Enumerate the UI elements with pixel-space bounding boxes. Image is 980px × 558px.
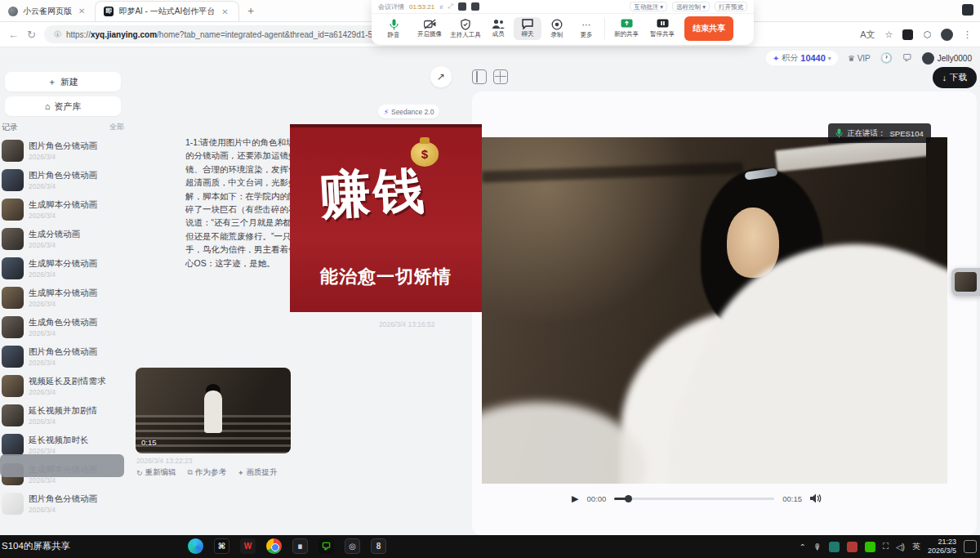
- image-title-text: 赚钱: [290, 154, 459, 232]
- list-item[interactable]: 生成脚本分镜动画2026/3/4: [0, 196, 129, 223]
- floating-camera-thumbnail[interactable]: [951, 268, 980, 296]
- progress-bar[interactable]: [614, 498, 774, 500]
- translate-icon[interactable]: A文: [860, 29, 875, 41]
- tray-mic-icon[interactable]: 🎙: [813, 542, 822, 551]
- download-button[interactable]: ↓ 下载: [933, 67, 977, 88]
- tray-app-icon[interactable]: [847, 542, 858, 552]
- edge-icon[interactable]: [188, 538, 203, 554]
- video-timestamp: 2026/3/4 13:22:23: [136, 457, 193, 465]
- item-thumbnail: [2, 375, 24, 397]
- popout-icon[interactable]: ⤢: [448, 2, 452, 11]
- list-item[interactable]: 图片角色分镜动画2026/3/4: [0, 343, 129, 370]
- annotate-button[interactable]: 互动批注 ▾: [630, 2, 667, 11]
- tray-volume-icon[interactable]: ◁): [896, 542, 905, 551]
- list-item[interactable]: 生成分镜动画2026/3/4: [0, 225, 129, 252]
- play-button[interactable]: ▶: [572, 493, 578, 504]
- item-thumbnail: [2, 346, 24, 368]
- grid-view-icon[interactable]: [493, 69, 508, 84]
- tray-app-icon[interactable]: [829, 542, 840, 552]
- tab2-close-icon[interactable]: ✕: [220, 7, 229, 16]
- browser-actions: A文 ☆ ⬡ ⋮: [860, 29, 972, 41]
- extensions-puzzle-icon[interactable]: ⬡: [923, 29, 931, 40]
- chrome-icon[interactable]: [266, 538, 282, 554]
- notification-center-icon[interactable]: [964, 540, 977, 553]
- taskbar-clock[interactable]: 21:23 2026/3/5: [928, 538, 956, 556]
- share-button[interactable]: ↗: [430, 66, 452, 87]
- meeting-timer: 01:53:21: [409, 3, 434, 11]
- generated-video-thumbnail[interactable]: [136, 368, 291, 453]
- new-project-button[interactable]: ＋新建: [5, 72, 121, 92]
- tab-jimeng-ai[interactable]: 即 即梦AI - 一站式AI创作平台 ✕: [95, 1, 238, 21]
- item-thumbnail: [2, 493, 24, 515]
- upscale-button[interactable]: ✦画质提升: [238, 467, 278, 478]
- new-share-button[interactable]: 新的共享: [609, 17, 644, 40]
- window-pin-icon[interactable]: [962, 4, 973, 16]
- list-item[interactable]: 延长视频并加剧情2026/3/4: [0, 402, 129, 429]
- item-thumbnail: [2, 228, 24, 250]
- members-button[interactable]: 成员: [484, 17, 512, 40]
- bookmark-star-icon[interactable]: ☆: [885, 29, 893, 40]
- list-item[interactable]: 图片角色分镜动画2026/3/4: [0, 490, 129, 517]
- end-share-button[interactable]: 结束共享: [684, 16, 733, 41]
- layout-toggle-icon[interactable]: [472, 69, 487, 84]
- tray-expand-icon[interactable]: ⌃: [800, 542, 806, 551]
- extension-icon[interactable]: [902, 29, 913, 40]
- wechat-icon[interactable]: 🗩: [318, 538, 334, 554]
- browser-profile-avatar[interactable]: [941, 29, 953, 41]
- volume-icon[interactable]: [810, 493, 822, 503]
- app-icon[interactable]: ◎: [345, 538, 360, 554]
- record-icon: [551, 19, 563, 30]
- list-item[interactable]: 图片角色分镜动画2026/3/4: [0, 167, 129, 194]
- user-account[interactable]: Jelly0000: [922, 52, 972, 65]
- list-item[interactable]: 图片角色分镜动画2026/3/4: [0, 137, 129, 164]
- back-icon[interactable]: ←: [8, 29, 19, 41]
- list-item[interactable]: 视频延长及剧情需求2026/3/4: [0, 373, 129, 400]
- mute-button[interactable]: 静音: [376, 17, 411, 41]
- open-preview-button[interactable]: 打开预览: [715, 2, 747, 11]
- reload-icon[interactable]: ↻: [27, 29, 36, 41]
- history-all-link[interactable]: 全部: [109, 122, 124, 133]
- asset-library-button[interactable]: ⌂资产库: [5, 96, 121, 116]
- tab1-close-icon[interactable]: ✕: [77, 7, 87, 16]
- pause-share-button[interactable]: 暂停共享: [645, 17, 679, 40]
- app-icon[interactable]: ∎: [292, 538, 308, 554]
- list-item[interactable]: 生成脚本分镜动画2026/3/4: [0, 284, 129, 311]
- item-thumbnail: [2, 140, 24, 162]
- host-tools-button[interactable]: 主持人工具: [448, 17, 483, 41]
- use-as-reference-button[interactable]: ⧉作为参考: [188, 467, 226, 478]
- record-button[interactable]: 录制: [543, 17, 571, 41]
- reference-image[interactable]: $ 赚钱 能治愈一切矫情: [290, 124, 482, 312]
- history-clock-icon[interactable]: 🕐: [880, 52, 893, 64]
- tab-xiaoyunque[interactable]: 小云雀网页版 ✕: [0, 1, 95, 21]
- meeting-detail-label[interactable]: 会议详情: [378, 2, 404, 11]
- remote-control-button[interactable]: 远程控制 ▾: [672, 2, 710, 11]
- vip-badge[interactable]: ♛ VIP: [848, 54, 871, 63]
- speaking-indicator[interactable]: 正在讲话：SPES104: [828, 123, 931, 143]
- participant-avatar: [458, 2, 466, 11]
- reedit-button[interactable]: ↻重新编辑: [136, 467, 176, 478]
- meeting-toolbar-buttons: 静音 开启摄像 主持人工具 成员 聊天 录制: [372, 14, 754, 45]
- app-icon[interactable]: 8: [371, 538, 386, 554]
- chat-button[interactable]: 聊天: [514, 17, 541, 40]
- video-player-frame[interactable]: [482, 137, 947, 484]
- screen: 小云雀网页版 ✕ 即 即梦AI - 一站式AI创作平台 ✕ ＋ ← ↻ 🛈 ht…: [0, 0, 980, 558]
- more-button[interactable]: ⋯ 更多: [572, 17, 600, 41]
- credits-chip[interactable]: ✦ 积分 10440 ▾: [766, 51, 838, 65]
- new-tab-button[interactable]: ＋: [246, 3, 256, 18]
- download-icon: ↓: [942, 73, 947, 83]
- browser-menu-icon[interactable]: ⋮: [963, 29, 972, 40]
- list-item[interactable]: 生成脚本分镜动画2026/3/4: [0, 255, 129, 282]
- site-info-icon[interactable]: 🛈: [54, 30, 61, 38]
- camera-button[interactable]: 开启摄像: [412, 17, 447, 40]
- list-item[interactable]: 生成角色分镜动画2026/3/4: [0, 314, 129, 341]
- progress-knob[interactable]: [625, 495, 632, 502]
- camera-off-icon: [424, 19, 436, 29]
- tray-ime-icon[interactable]: 英: [912, 541, 920, 552]
- feedback-chat-icon[interactable]: 🗩: [902, 52, 912, 64]
- shield-icon: [461, 19, 470, 30]
- capcut-icon[interactable]: ⌘: [214, 538, 229, 554]
- history-label: 记录: [2, 122, 18, 133]
- tray-wechat-icon[interactable]: [865, 542, 875, 552]
- wps-icon[interactable]: W: [240, 538, 256, 554]
- tray-network-icon[interactable]: ⛶: [883, 542, 889, 551]
